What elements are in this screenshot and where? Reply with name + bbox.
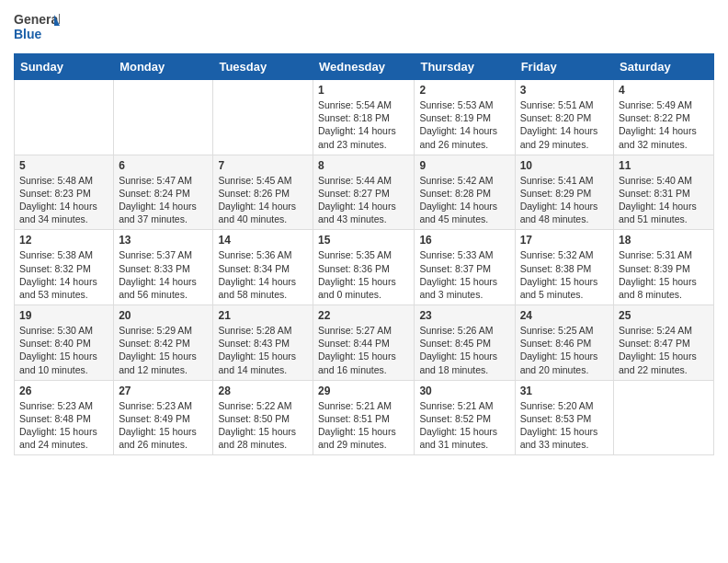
day-info: Sunrise: 5:37 AMSunset: 8:33 PMDaylight:…	[119, 249, 197, 300]
calendar-cell: 29 Sunrise: 5:21 AMSunset: 8:51 PMDaylig…	[313, 380, 415, 455]
day-number: 20	[119, 309, 208, 322]
day-info: Sunrise: 5:29 AMSunset: 8:42 PMDaylight:…	[119, 325, 197, 375]
day-info: Sunrise: 5:31 AMSunset: 8:39 PMDaylight:…	[619, 249, 697, 300]
day-info: Sunrise: 5:32 AMSunset: 8:38 PMDaylight:…	[520, 249, 598, 300]
weekday-header-sunday: Sunday	[15, 54, 114, 80]
day-info: Sunrise: 5:51 AMSunset: 8:20 PMDaylight:…	[520, 99, 598, 150]
calendar-cell	[15, 80, 114, 155]
day-number: 15	[318, 234, 409, 247]
day-number: 5	[19, 159, 108, 172]
day-number: 30	[419, 385, 509, 397]
calendar-cell	[614, 380, 714, 455]
day-info: Sunrise: 5:23 AMSunset: 8:49 PMDaylight:…	[119, 400, 197, 451]
calendar-cell	[213, 80, 313, 155]
day-number: 9	[419, 159, 509, 172]
calendar-cell: 25 Sunrise: 5:24 AMSunset: 8:47 PMDaylig…	[614, 305, 714, 381]
calendar-cell: 13 Sunrise: 5:37 AMSunset: 8:33 PMDaylig…	[114, 230, 213, 305]
day-info: Sunrise: 5:54 AMSunset: 8:18 PMDaylight:…	[318, 99, 396, 150]
day-number: 1	[318, 84, 409, 97]
calendar-week-row: 1 Sunrise: 5:54 AMSunset: 8:18 PMDayligh…	[15, 80, 714, 155]
day-info: Sunrise: 5:20 AMSunset: 8:53 PMDaylight:…	[520, 400, 598, 451]
calendar-week-row: 5 Sunrise: 5:48 AMSunset: 8:23 PMDayligh…	[15, 155, 714, 230]
calendar-cell: 3 Sunrise: 5:51 AMSunset: 8:20 PMDayligh…	[515, 80, 613, 155]
calendar-cell: 31 Sunrise: 5:20 AMSunset: 8:53 PMDaylig…	[515, 380, 613, 455]
svg-text:General: General	[14, 12, 60, 27]
calendar-cell: 5 Sunrise: 5:48 AMSunset: 8:23 PMDayligh…	[15, 155, 114, 230]
calendar-cell: 11 Sunrise: 5:40 AMSunset: 8:31 PMDaylig…	[614, 155, 714, 230]
day-number: 12	[19, 234, 108, 247]
day-info: Sunrise: 5:48 AMSunset: 8:23 PMDaylight:…	[19, 175, 97, 225]
weekday-header-row: SundayMondayTuesdayWednesdayThursdayFrid…	[15, 54, 714, 80]
day-number: 11	[619, 159, 709, 172]
day-info: Sunrise: 5:42 AMSunset: 8:28 PMDaylight:…	[419, 175, 497, 225]
day-number: 3	[520, 84, 609, 97]
day-info: Sunrise: 5:38 AMSunset: 8:32 PMDaylight:…	[19, 249, 97, 300]
calendar-cell: 4 Sunrise: 5:49 AMSunset: 8:22 PMDayligh…	[614, 80, 714, 155]
calendar-cell: 6 Sunrise: 5:47 AMSunset: 8:24 PMDayligh…	[114, 155, 213, 230]
day-number: 22	[318, 309, 409, 322]
calendar-cell: 26 Sunrise: 5:23 AMSunset: 8:48 PMDaylig…	[15, 380, 114, 455]
weekday-header-friday: Friday	[515, 54, 613, 80]
calendar-cell: 14 Sunrise: 5:36 AMSunset: 8:34 PMDaylig…	[213, 230, 313, 305]
day-number: 14	[218, 234, 308, 247]
day-info: Sunrise: 5:27 AMSunset: 8:44 PMDaylight:…	[318, 325, 396, 375]
calendar-cell: 7 Sunrise: 5:45 AMSunset: 8:26 PMDayligh…	[213, 155, 313, 230]
calendar-body: 1 Sunrise: 5:54 AMSunset: 8:18 PMDayligh…	[15, 80, 714, 455]
day-number: 23	[419, 309, 509, 322]
day-info: Sunrise: 5:44 AMSunset: 8:27 PMDaylight:…	[318, 175, 396, 225]
calendar-cell: 23 Sunrise: 5:26 AMSunset: 8:45 PMDaylig…	[415, 305, 515, 381]
day-number: 4	[619, 84, 709, 97]
day-info: Sunrise: 5:47 AMSunset: 8:24 PMDaylight:…	[119, 175, 197, 225]
svg-text:Blue: Blue	[14, 27, 42, 41]
day-info: Sunrise: 5:36 AMSunset: 8:34 PMDaylight:…	[218, 249, 296, 300]
calendar-cell: 18 Sunrise: 5:31 AMSunset: 8:39 PMDaylig…	[614, 230, 714, 305]
calendar-table: SundayMondayTuesdayWednesdayThursdayFrid…	[14, 53, 714, 455]
day-number: 8	[318, 159, 409, 172]
day-info: Sunrise: 5:23 AMSunset: 8:48 PMDaylight:…	[19, 400, 97, 451]
calendar-cell: 30 Sunrise: 5:21 AMSunset: 8:52 PMDaylig…	[415, 380, 515, 455]
day-number: 24	[520, 309, 609, 322]
calendar-cell: 17 Sunrise: 5:32 AMSunset: 8:38 PMDaylig…	[515, 230, 613, 305]
day-number: 17	[520, 234, 609, 247]
calendar-cell: 10 Sunrise: 5:41 AMSunset: 8:29 PMDaylig…	[515, 155, 613, 230]
day-info: Sunrise: 5:26 AMSunset: 8:45 PMDaylight:…	[419, 325, 497, 375]
calendar-cell	[114, 80, 213, 155]
calendar-week-row: 12 Sunrise: 5:38 AMSunset: 8:32 PMDaylig…	[15, 230, 714, 305]
day-number: 28	[218, 385, 308, 397]
day-number: 13	[119, 234, 208, 247]
day-info: Sunrise: 5:21 AMSunset: 8:52 PMDaylight:…	[419, 400, 497, 451]
day-number: 16	[419, 234, 509, 247]
day-info: Sunrise: 5:49 AMSunset: 8:22 PMDaylight:…	[619, 99, 697, 150]
day-number: 10	[520, 159, 609, 172]
calendar-cell: 15 Sunrise: 5:35 AMSunset: 8:36 PMDaylig…	[313, 230, 415, 305]
calendar-cell: 19 Sunrise: 5:30 AMSunset: 8:40 PMDaylig…	[15, 305, 114, 381]
calendar-cell: 24 Sunrise: 5:25 AMSunset: 8:46 PMDaylig…	[515, 305, 613, 381]
weekday-header-wednesday: Wednesday	[313, 54, 415, 80]
calendar-cell: 22 Sunrise: 5:27 AMSunset: 8:44 PMDaylig…	[313, 305, 415, 381]
calendar-cell: 1 Sunrise: 5:54 AMSunset: 8:18 PMDayligh…	[313, 80, 415, 155]
calendar-cell: 12 Sunrise: 5:38 AMSunset: 8:32 PMDaylig…	[15, 230, 114, 305]
calendar-cell: 2 Sunrise: 5:53 AMSunset: 8:19 PMDayligh…	[415, 80, 515, 155]
day-info: Sunrise: 5:21 AMSunset: 8:51 PMDaylight:…	[318, 400, 396, 451]
day-info: Sunrise: 5:53 AMSunset: 8:19 PMDaylight:…	[419, 99, 497, 150]
weekday-header-thursday: Thursday	[415, 54, 515, 80]
day-number: 26	[19, 385, 108, 397]
calendar-cell: 21 Sunrise: 5:28 AMSunset: 8:43 PMDaylig…	[213, 305, 313, 381]
weekday-header-saturday: Saturday	[614, 54, 714, 80]
day-info: Sunrise: 5:45 AMSunset: 8:26 PMDaylight:…	[218, 175, 296, 225]
logo-svg: General Blue	[14, 9, 60, 48]
day-number: 25	[619, 309, 709, 322]
day-number: 6	[119, 159, 208, 172]
day-number: 18	[619, 234, 709, 247]
day-number: 21	[218, 309, 308, 322]
day-info: Sunrise: 5:41 AMSunset: 8:29 PMDaylight:…	[520, 175, 598, 225]
day-number: 31	[520, 385, 609, 397]
calendar-cell: 28 Sunrise: 5:22 AMSunset: 8:50 PMDaylig…	[213, 380, 313, 455]
day-number: 19	[19, 309, 108, 322]
day-number: 27	[119, 385, 208, 397]
weekday-header-monday: Monday	[114, 54, 213, 80]
calendar-week-row: 26 Sunrise: 5:23 AMSunset: 8:48 PMDaylig…	[15, 380, 714, 455]
day-number: 2	[419, 84, 509, 97]
logo: General Blue	[14, 9, 60, 48]
day-info: Sunrise: 5:28 AMSunset: 8:43 PMDaylight:…	[218, 325, 296, 375]
